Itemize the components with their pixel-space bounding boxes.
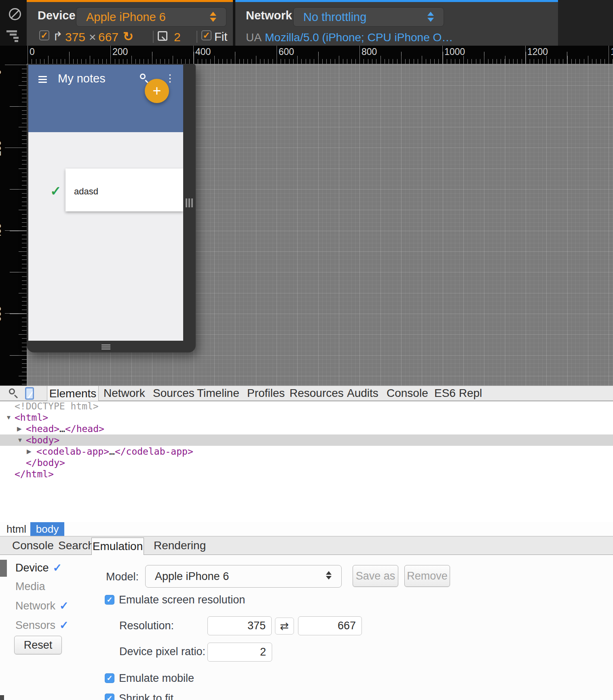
resolution-label: Resolution: xyxy=(119,620,174,631)
ruler-label: 1000 xyxy=(444,46,465,57)
resize-handle-bottom[interactable] xyxy=(101,346,110,348)
model-value: Apple iPhone 6 xyxy=(155,570,229,583)
sidebar-item-sensors[interactable]: Sensors✓ xyxy=(15,620,69,631)
dom-line-head[interactable]: ▶ <head>…</head> xyxy=(0,423,613,434)
tab-profiles[interactable]: Profiles xyxy=(247,386,285,401)
dom-line-doctype[interactable]: <!DOCTYPE html> xyxy=(0,401,613,412)
ruler-label: 0 xyxy=(0,70,3,75)
tab-resources[interactable]: Resources xyxy=(290,386,344,401)
select-arrows-icon xyxy=(210,12,216,22)
dom-line-html-open[interactable]: ▼ <html> xyxy=(0,412,613,423)
sidebar-item-device[interactable]: Device✓ xyxy=(15,562,62,573)
drawer-tab-search[interactable]: Search xyxy=(58,537,94,555)
resolution-checkbox[interactable]: ✓ xyxy=(39,30,49,40)
dom-line-body-selected[interactable]: ▼ <body> xyxy=(0,434,613,446)
drawer-tab-emulation[interactable]: Emulation xyxy=(91,538,144,555)
resize-handle-bottom[interactable] xyxy=(101,348,110,350)
check-icon: ✓ xyxy=(59,619,69,631)
fit-label: Fit xyxy=(214,30,227,44)
reset-button[interactable]: Reset xyxy=(14,636,62,654)
breadcrumb-body-selected[interactable]: body xyxy=(30,522,64,536)
resize-handle-right[interactable] xyxy=(188,198,190,207)
horizontal-ruler: 0 200 400 600 800 1000 1200 1400 xyxy=(0,46,613,64)
viewport-height[interactable]: 667 xyxy=(98,30,118,44)
toolbar-divider xyxy=(153,31,154,43)
device-toolbar-section: Device Apple iPhone 6 ✓ ↱ 375 × 667 ↻ 2 … xyxy=(27,0,233,46)
tab-console[interactable]: Console xyxy=(387,386,428,401)
expand-arrow-icon[interactable]: ▼ xyxy=(6,412,12,423)
swap-dimensions-button[interactable]: ⇄ xyxy=(275,618,294,635)
network-toolbar-section: Network No throttling UA Mozilla/5.0 (iP… xyxy=(235,0,558,46)
dom-line-html-close[interactable]: </html> xyxy=(0,468,613,480)
breadcrumb-html[interactable]: html xyxy=(6,522,26,536)
resolution-width-input[interactable]: 375 xyxy=(207,616,272,635)
drawer-tab-console[interactable]: Console xyxy=(12,537,54,555)
tab-sources[interactable]: Sources xyxy=(153,386,194,401)
emulate-mobile-label: Emulate mobile xyxy=(119,673,194,684)
note-check-icon[interactable]: ✓ xyxy=(50,183,61,199)
resize-handle-right[interactable] xyxy=(186,198,187,207)
resize-handle-bottom[interactable] xyxy=(101,344,110,346)
block-icon[interactable] xyxy=(9,8,21,20)
breadcrumb: html body xyxy=(0,522,613,536)
ruler-label: 200 xyxy=(112,46,128,57)
dom-line-codelab-app[interactable]: ▶ <codelab-app>…</codelab-app> xyxy=(0,446,613,457)
emulate-mobile-checkbox[interactable]: ✓ xyxy=(105,673,114,683)
device-model-select[interactable]: Apple iPhone 6 xyxy=(76,7,226,27)
tab-es6-repl[interactable]: ES6 Repl xyxy=(434,386,482,401)
device-model-value: Apple iPhone 6 xyxy=(86,11,166,24)
sidebar-selection-indicator xyxy=(0,560,7,577)
resolution-height-input[interactable]: 667 xyxy=(298,616,362,635)
remove-button[interactable]: Remove xyxy=(404,565,450,587)
tab-elements[interactable]: Elements xyxy=(47,386,99,401)
emulate-resolution-checkbox[interactable]: ✓ xyxy=(105,595,114,605)
ua-label: UA xyxy=(246,31,262,44)
ruler-label: 1400 xyxy=(611,46,613,57)
sidebar-item-network[interactable]: Network✓ xyxy=(15,600,69,611)
expand-arrow-icon[interactable]: ▼ xyxy=(17,434,23,446)
device-pixel-ratio-label: Device pixel ratio: xyxy=(119,646,205,657)
collapse-arrow-icon[interactable]: ▶ xyxy=(27,446,32,457)
select-arrows-icon xyxy=(427,12,434,22)
ruler-label: 600 xyxy=(279,46,294,57)
toolbar-spacer xyxy=(558,0,613,46)
throttling-select[interactable]: No throttling xyxy=(293,7,444,27)
drawer-tab-rendering[interactable]: Rendering xyxy=(154,537,206,555)
fit-checkbox[interactable]: ✓ xyxy=(201,30,211,40)
ruler-label: 600 xyxy=(0,306,3,322)
ruler-label: 400 xyxy=(195,46,211,57)
clipped-fragment xyxy=(0,695,4,700)
device-pixel-ratio-input[interactable]: 2 xyxy=(207,643,272,662)
ruler-label: 0 xyxy=(30,46,35,57)
collapse-arrow-icon[interactable]: ▶ xyxy=(17,423,22,434)
dom-line-body-close[interactable]: </body> xyxy=(0,457,613,468)
add-note-fab[interactable]: + xyxy=(145,79,169,103)
shrink-to-fit-checkbox[interactable]: ✓ xyxy=(105,694,114,700)
device-label: Device xyxy=(38,9,76,22)
rotate-icon[interactable]: ↱ xyxy=(53,30,63,42)
device-pixel-ratio-badge: 2 xyxy=(174,30,181,44)
app-title: My notes xyxy=(58,72,106,85)
overflow-menu-icon[interactable]: ⋮ xyxy=(165,72,175,84)
model-select[interactable]: Apple iPhone 6 xyxy=(145,565,342,588)
drawer-tabbar: Console Search Emulation Rendering xyxy=(0,536,613,555)
network-label: Network xyxy=(246,9,292,22)
shrink-to-fit-label: Shrink to fit xyxy=(119,693,173,700)
save-as-button[interactable]: Save as xyxy=(353,565,398,587)
check-icon: ✓ xyxy=(59,600,69,612)
ua-value[interactable]: Mozilla/5.0 (iPhone; CPU iPhone O… xyxy=(265,31,453,44)
tab-network[interactable]: Network xyxy=(104,386,145,401)
tab-timeline[interactable]: Timeline xyxy=(197,386,239,401)
devtools-window: Device Apple iPhone 6 ✓ ↱ 375 × 667 ↻ 2 … xyxy=(0,0,613,700)
refresh-icon[interactable]: ↻ xyxy=(123,30,133,43)
sidebar-item-media[interactable]: Media xyxy=(15,581,45,592)
throttling-value: No throttling xyxy=(303,11,366,24)
device-frame: My notes ⋮ + ✓ adasd xyxy=(27,64,196,352)
toggle-device-mode-icon[interactable] xyxy=(25,387,34,400)
emulate-resolution-label: Emulate screen resolution xyxy=(119,594,245,605)
ruler-label: 1200 xyxy=(527,46,548,57)
viewport-width[interactable]: 375 xyxy=(65,30,85,44)
tab-audits[interactable]: Audits xyxy=(347,386,378,401)
resize-handle-right[interactable] xyxy=(191,198,193,207)
toolbar-divider xyxy=(197,31,197,43)
